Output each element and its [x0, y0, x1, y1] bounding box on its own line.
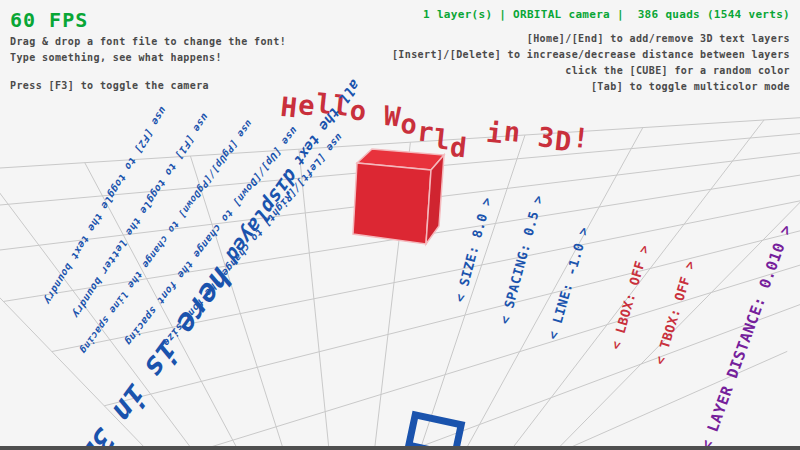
title-char: n: [502, 115, 522, 148]
hint-type: Type something, see what happens!: [10, 52, 222, 63]
title-char: d: [449, 131, 469, 164]
cube-front-face: [353, 163, 431, 244]
bottom-bar: [0, 446, 800, 450]
hint-cube-color: click the [CUBE] for a random color: [565, 65, 790, 76]
cube[interactable]: [353, 149, 444, 244]
hint-layers: [Home]/[End] to add/remove 3D text layer…: [527, 33, 790, 44]
stats-line: 1 layer(s) | ORBITAL camera | 386 quads …: [423, 8, 790, 21]
title-char: !: [571, 122, 591, 155]
3d-text-demo-viewport[interactable]: Hello World in 3D! all the text displaye…: [0, 0, 800, 450]
hint-layer-distance: [Insert]/[Delete] to increase/decrease d…: [392, 49, 790, 60]
hint-toggle-camera: Press [F3] to toggle the camera: [10, 80, 209, 91]
fps-counter: 60 FPS: [10, 8, 88, 32]
hint-multicolor: [Tab] to toggle multicolor mode: [591, 81, 790, 92]
hint-drag-drop: Drag & drop a font file to change the fo…: [10, 36, 286, 47]
